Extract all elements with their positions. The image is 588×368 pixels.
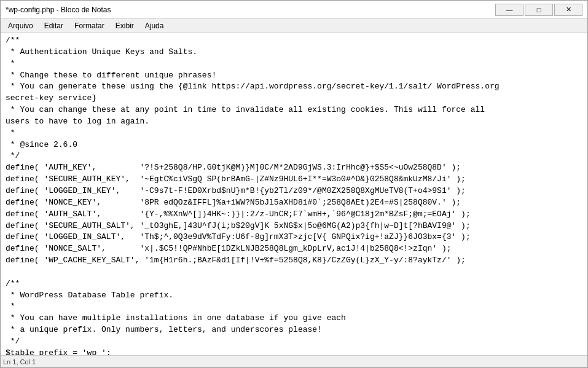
menu-arquivo[interactable]: Arquivo bbox=[3, 20, 38, 31]
minimize-button[interactable]: — bbox=[495, 4, 523, 16]
status-text: Ln 1, Col 1 bbox=[3, 358, 36, 366]
menu-editar[interactable]: Editar bbox=[39, 20, 68, 31]
close-button[interactable]: ✕ bbox=[554, 4, 582, 16]
menu-exibir[interactable]: Exibir bbox=[111, 20, 139, 31]
title-bar: *wp-config.php - Bloco de Notas — □ ✕ bbox=[1, 1, 587, 19]
window-title: *wp-config.php - Bloco de Notas bbox=[6, 6, 111, 14]
maximize-button[interactable]: □ bbox=[525, 4, 553, 16]
main-window: *wp-config.php - Bloco de Notas — □ ✕ Ar… bbox=[0, 0, 588, 368]
menu-ajuda[interactable]: Ajuda bbox=[140, 20, 169, 31]
menu-formatar[interactable]: Formatar bbox=[69, 20, 109, 31]
code-text: /** * Authentication Unique Keys and Sal… bbox=[6, 35, 582, 355]
text-editor-area[interactable]: /** * Authentication Unique Keys and Sal… bbox=[1, 33, 587, 355]
title-bar-buttons: — □ ✕ bbox=[495, 4, 582, 16]
menu-bar: Arquivo Editar Formatar Exibir Ajuda bbox=[1, 19, 587, 33]
status-bar: Ln 1, Col 1 bbox=[1, 355, 587, 367]
